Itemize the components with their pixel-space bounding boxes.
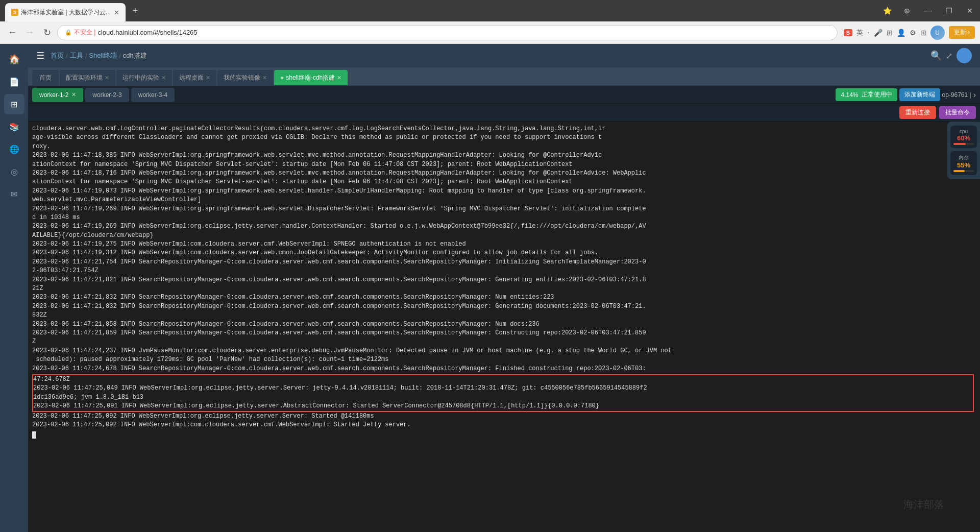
terminal-line: 2023-02-06 11:47:18,716 INFO WebServerIm…	[32, 169, 976, 178]
add-terminal-button[interactable]: 添加新终端	[899, 88, 940, 101]
tab-remote-label: 远程桌面	[179, 74, 204, 82]
breadcrumb-home[interactable]: 首页	[51, 51, 64, 60]
sidebar: 🏠 📄 ⊞ 📚 🌐 ◎ ✉	[0, 44, 28, 532]
tab-remote-close[interactable]: ✕	[206, 75, 210, 81]
sidebar-icon-grid[interactable]: ⊞	[4, 94, 24, 114]
tab-title: 海沣部落实验室 | 大数据学习云...	[21, 8, 111, 17]
tab-config-close[interactable]: ✕	[105, 75, 109, 81]
tab-running-close[interactable]: ✕	[161, 75, 166, 81]
terminal-line: 2023-02-06 11:47:25,091 INFO WebServerIm…	[33, 402, 973, 410]
floating-panel: cpu 60% 内存 55%	[947, 122, 980, 179]
terminal-tab-worker23[interactable]: worker-2-3	[85, 88, 129, 102]
terminal-line: ationContext for namespace 'Spring MVC D…	[32, 160, 976, 169]
reconnect-button[interactable]: 重新连接	[899, 106, 936, 119]
terminal-cursor	[32, 431, 36, 439]
refresh-button[interactable]: ↻	[40, 26, 54, 40]
app-container: 🏠 📄 ⊞ 📚 🌐 ◎ ✉ ☰ 首页 / 工具 / Shell终端 / cdh搭…	[0, 44, 980, 532]
tab-config[interactable]: 配置实验环境 ✕	[60, 70, 115, 85]
cpu-label: cpu	[953, 129, 974, 134]
tab-home[interactable]: 首页	[32, 70, 59, 85]
security-lock-icon: 🔒	[65, 29, 72, 36]
header-right-expand[interactable]: ⤢	[946, 51, 952, 61]
address-bar[interactable]: 🔒 不安全 | cloud.hainiubl.com/#/shells/1426…	[57, 25, 838, 40]
forward-button[interactable]: →	[22, 26, 37, 40]
tab-mirror[interactable]: 我的实验镜像 ✕	[217, 70, 273, 85]
terminal-line: 2023-02-06 11:47:21,754 INFO SearchRepos…	[32, 258, 976, 267]
tab-mirror-close[interactable]: ✕	[262, 75, 267, 81]
user-icon[interactable]: 👤	[897, 29, 905, 37]
cpu-percent: 4.14%	[841, 91, 858, 99]
extensions-icon[interactable]: ⊕	[898, 7, 916, 15]
app-header: ☰ 首页 / 工具 / Shell终端 / cdh搭建 🔍 ⤢	[28, 44, 980, 67]
mem-bar	[953, 170, 974, 172]
sidebar-icon-globe[interactable]: 🌐	[4, 139, 24, 159]
window-controls: ⭐ ⊕ — ❐ ✕	[877, 0, 980, 21]
terminal-line: scheduled): paused approximately 1729ms:…	[32, 355, 976, 364]
mic-icon[interactable]: 🎤	[874, 29, 883, 37]
new-tab-button[interactable]: +	[129, 6, 142, 16]
grid-icon[interactable]: ⊞	[887, 29, 893, 37]
browser-chrome: S 海沣部落实验室 | 大数据学习云... ✕ + ⭐ ⊕ — ❐ ✕	[0, 0, 980, 21]
bookmark-icon[interactable]: ⭐	[877, 7, 898, 15]
language-icon[interactable]: 英	[856, 28, 863, 37]
terminal-line: AILABLE}{/opt/cloudera/cm/webapp}	[32, 231, 976, 240]
sidebar-icon-circle[interactable]: ◎	[4, 161, 24, 182]
tab-close-icon[interactable]: ✕	[114, 9, 119, 16]
terminal-line: 832Z	[32, 311, 976, 320]
terminal-line: 2023-02-06 11:47:25,092 INFO WebServerIm…	[32, 412, 976, 421]
terminal-line: roxy.	[32, 142, 976, 151]
terminal-line: 2023-02-06 11:47:18,385 INFO WebServerIm…	[32, 151, 976, 160]
apps-icon[interactable]: ⊞	[920, 29, 926, 37]
header-avatar[interactable]	[957, 48, 972, 63]
header-right-search[interactable]: 🔍	[930, 50, 942, 61]
settings-icon[interactable]: ⚙	[910, 29, 916, 37]
tab-mirror-label: 我的实验镜像	[224, 74, 260, 82]
breadcrumb-shell[interactable]: Shell终端	[89, 51, 117, 60]
more-options-icon[interactable]: ›	[973, 90, 976, 100]
sougou-icon[interactable]: S	[844, 29, 852, 36]
terminal-line: 2023-02-06 11:47:19,275 INFO WebServerIm…	[32, 240, 976, 249]
terminal-line: d in 10348 ms	[32, 213, 976, 222]
menu-icon[interactable]: ☰	[36, 50, 44, 61]
terminal-line: 2023-02-06 11:47:25,049 INFO WebServerIm…	[33, 384, 973, 393]
app-main: ☰ 首页 / 工具 / Shell终端 / cdh搭建 🔍 ⤢ 首页 配置实验环…	[28, 44, 980, 532]
terminal-tab-worker12[interactable]: worker-1-2 ✕	[32, 88, 83, 102]
close-button[interactable]: ✕	[960, 0, 980, 21]
avatar[interactable]: U	[930, 26, 945, 40]
resource-indicator: 4.14% 正常使用中	[836, 88, 897, 101]
sidebar-icon-book[interactable]: 📚	[4, 116, 24, 137]
terminal-line: 2023-02-06 11:47:19,312 INFO WebServerIm…	[32, 249, 976, 257]
terminal-line: 2023-02-06 11:47:19,269 INFO WebServerIm…	[32, 222, 976, 231]
tab-remote[interactable]: 远程桌面 ✕	[173, 70, 216, 85]
tab-shell-active[interactable]: ● shell终端-cdh搭建 ✕	[274, 70, 348, 85]
sidebar-icon-home[interactable]: 🏠	[4, 49, 24, 69]
terminal-tab-worker12-close[interactable]: ✕	[71, 91, 76, 98]
terminal-line: age-visible across different ClassLoader…	[32, 133, 976, 142]
terminal-tab-worker34[interactable]: worker-3-4	[131, 88, 175, 102]
browser-tab-active[interactable]: S 海沣部落实验室 | 大数据学习云... ✕	[5, 3, 126, 21]
breadcrumb-tools[interactable]: 工具	[70, 51, 83, 60]
tab-shell-close[interactable]: ✕	[337, 75, 341, 81]
update-button[interactable]: 更新 ›	[949, 26, 975, 39]
back-button[interactable]: ←	[5, 26, 19, 40]
breadcrumb: 首页 / 工具 / Shell终端 / cdh搭建	[51, 51, 147, 60]
terminal-line: 2023-02-06 11:47:21,859 INFO SearchRepos…	[32, 329, 976, 337]
terminal-tab-worker12-label: worker-1-2	[39, 91, 68, 99]
terminal-area[interactable]: cloudera.server.web.cmf.LogController.pa…	[28, 122, 980, 532]
batch-command-button[interactable]: 批量命令	[939, 106, 976, 119]
mem-value: 55%	[953, 161, 974, 169]
tab-running[interactable]: 运行中的实验 ✕	[116, 70, 172, 85]
terminal-line: 2023-02-06 11:47:19,073 INFO WebServerIm…	[32, 187, 976, 196]
minimize-button[interactable]: —	[916, 0, 939, 21]
highlighted-section: 47:24.678Z2023-02-06 11:47:25,049 INFO W…	[32, 374, 974, 412]
terminal-line: 2023-02-06 11:47:24,237 INFO JvmPauseMon…	[32, 347, 976, 355]
tab-running-label: 运行中的实验	[122, 74, 159, 82]
terminal-line: 2023-02-06 11:47:21,832 INFO SearchRepos…	[32, 302, 976, 311]
sidebar-icon-message[interactable]: ✉	[4, 184, 24, 204]
sidebar-icon-document[interactable]: 📄	[4, 71, 24, 92]
cpu-meter: cpu 60%	[950, 126, 977, 148]
maximize-button[interactable]: ❐	[939, 0, 960, 21]
tab-home-label: 首页	[39, 74, 52, 82]
breadcrumb-sep3: /	[119, 52, 121, 60]
address-bar-row: ← → ↻ 🔒 不安全 | cloud.hainiubl.com/#/shell…	[0, 21, 980, 44]
